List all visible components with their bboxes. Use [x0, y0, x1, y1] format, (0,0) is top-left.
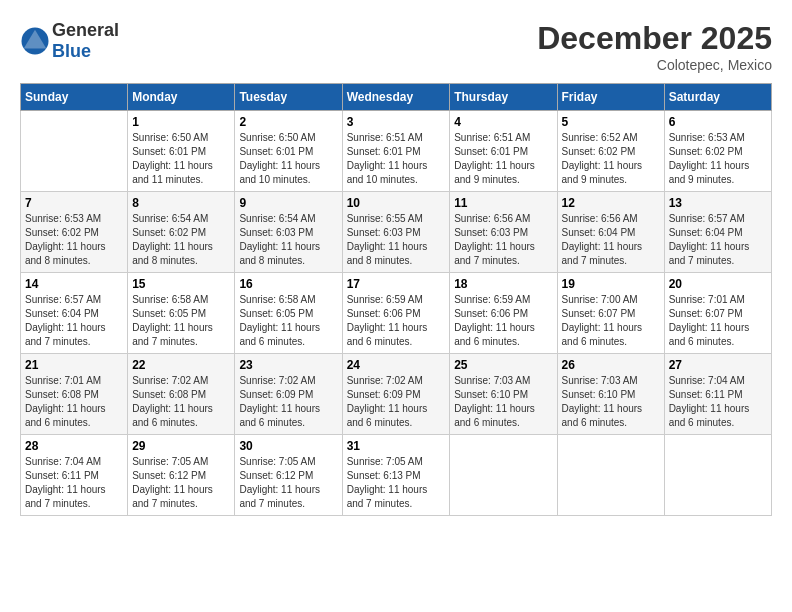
- day-info: Sunrise: 6:56 AMSunset: 6:03 PMDaylight:…: [454, 212, 552, 268]
- calendar-cell: [557, 435, 664, 516]
- calendar-cell: 11Sunrise: 6:56 AMSunset: 6:03 PMDayligh…: [450, 192, 557, 273]
- location: Colotepec, Mexico: [537, 57, 772, 73]
- day-info: Sunrise: 6:56 AMSunset: 6:04 PMDaylight:…: [562, 212, 660, 268]
- day-info: Sunrise: 6:51 AMSunset: 6:01 PMDaylight:…: [454, 131, 552, 187]
- calendar-header-row: SundayMondayTuesdayWednesdayThursdayFrid…: [21, 84, 772, 111]
- day-info: Sunrise: 7:02 AMSunset: 6:09 PMDaylight:…: [347, 374, 446, 430]
- day-number: 10: [347, 196, 446, 210]
- day-info: Sunrise: 6:50 AMSunset: 6:01 PMDaylight:…: [132, 131, 230, 187]
- day-number: 20: [669, 277, 767, 291]
- page-header: General Blue December 2025 Colotepec, Me…: [20, 20, 772, 73]
- day-info: Sunrise: 7:00 AMSunset: 6:07 PMDaylight:…: [562, 293, 660, 349]
- calendar-week-row: 7Sunrise: 6:53 AMSunset: 6:02 PMDaylight…: [21, 192, 772, 273]
- day-number: 25: [454, 358, 552, 372]
- day-info: Sunrise: 6:50 AMSunset: 6:01 PMDaylight:…: [239, 131, 337, 187]
- day-info: Sunrise: 7:01 AMSunset: 6:08 PMDaylight:…: [25, 374, 123, 430]
- calendar-cell: [664, 435, 771, 516]
- calendar-cell: 31Sunrise: 7:05 AMSunset: 6:13 PMDayligh…: [342, 435, 450, 516]
- day-info: Sunrise: 6:52 AMSunset: 6:02 PMDaylight:…: [562, 131, 660, 187]
- day-number: 31: [347, 439, 446, 453]
- day-number: 28: [25, 439, 123, 453]
- calendar-cell: 7Sunrise: 6:53 AMSunset: 6:02 PMDaylight…: [21, 192, 128, 273]
- day-info: Sunrise: 6:57 AMSunset: 6:04 PMDaylight:…: [25, 293, 123, 349]
- day-number: 14: [25, 277, 123, 291]
- calendar-cell: 5Sunrise: 6:52 AMSunset: 6:02 PMDaylight…: [557, 111, 664, 192]
- day-info: Sunrise: 6:57 AMSunset: 6:04 PMDaylight:…: [669, 212, 767, 268]
- calendar-cell: 17Sunrise: 6:59 AMSunset: 6:06 PMDayligh…: [342, 273, 450, 354]
- day-number: 18: [454, 277, 552, 291]
- calendar-table: SundayMondayTuesdayWednesdayThursdayFrid…: [20, 83, 772, 516]
- calendar-cell: 6Sunrise: 6:53 AMSunset: 6:02 PMDaylight…: [664, 111, 771, 192]
- calendar-cell: 19Sunrise: 7:00 AMSunset: 6:07 PMDayligh…: [557, 273, 664, 354]
- calendar-cell: 1Sunrise: 6:50 AMSunset: 6:01 PMDaylight…: [128, 111, 235, 192]
- calendar-cell: 14Sunrise: 6:57 AMSunset: 6:04 PMDayligh…: [21, 273, 128, 354]
- calendar-week-row: 21Sunrise: 7:01 AMSunset: 6:08 PMDayligh…: [21, 354, 772, 435]
- calendar-cell: 23Sunrise: 7:02 AMSunset: 6:09 PMDayligh…: [235, 354, 342, 435]
- day-info: Sunrise: 7:05 AMSunset: 6:12 PMDaylight:…: [132, 455, 230, 511]
- calendar-cell: 25Sunrise: 7:03 AMSunset: 6:10 PMDayligh…: [450, 354, 557, 435]
- day-info: Sunrise: 7:01 AMSunset: 6:07 PMDaylight:…: [669, 293, 767, 349]
- day-info: Sunrise: 6:58 AMSunset: 6:05 PMDaylight:…: [239, 293, 337, 349]
- calendar-cell: [21, 111, 128, 192]
- day-number: 1: [132, 115, 230, 129]
- calendar-cell: 4Sunrise: 6:51 AMSunset: 6:01 PMDaylight…: [450, 111, 557, 192]
- calendar-header-friday: Friday: [557, 84, 664, 111]
- day-number: 21: [25, 358, 123, 372]
- day-info: Sunrise: 7:04 AMSunset: 6:11 PMDaylight:…: [25, 455, 123, 511]
- calendar-week-row: 14Sunrise: 6:57 AMSunset: 6:04 PMDayligh…: [21, 273, 772, 354]
- calendar-cell: [450, 435, 557, 516]
- day-info: Sunrise: 6:59 AMSunset: 6:06 PMDaylight:…: [454, 293, 552, 349]
- day-number: 27: [669, 358, 767, 372]
- calendar-header-monday: Monday: [128, 84, 235, 111]
- calendar-week-row: 28Sunrise: 7:04 AMSunset: 6:11 PMDayligh…: [21, 435, 772, 516]
- calendar-header-sunday: Sunday: [21, 84, 128, 111]
- month-title: December 2025: [537, 20, 772, 57]
- calendar-cell: 15Sunrise: 6:58 AMSunset: 6:05 PMDayligh…: [128, 273, 235, 354]
- day-number: 23: [239, 358, 337, 372]
- calendar-cell: 16Sunrise: 6:58 AMSunset: 6:05 PMDayligh…: [235, 273, 342, 354]
- calendar-cell: 9Sunrise: 6:54 AMSunset: 6:03 PMDaylight…: [235, 192, 342, 273]
- calendar-cell: 12Sunrise: 6:56 AMSunset: 6:04 PMDayligh…: [557, 192, 664, 273]
- day-number: 13: [669, 196, 767, 210]
- calendar-cell: 21Sunrise: 7:01 AMSunset: 6:08 PMDayligh…: [21, 354, 128, 435]
- calendar-cell: 22Sunrise: 7:02 AMSunset: 6:08 PMDayligh…: [128, 354, 235, 435]
- calendar-cell: 28Sunrise: 7:04 AMSunset: 6:11 PMDayligh…: [21, 435, 128, 516]
- day-info: Sunrise: 7:02 AMSunset: 6:08 PMDaylight:…: [132, 374, 230, 430]
- calendar-cell: 27Sunrise: 7:04 AMSunset: 6:11 PMDayligh…: [664, 354, 771, 435]
- day-number: 19: [562, 277, 660, 291]
- day-info: Sunrise: 6:59 AMSunset: 6:06 PMDaylight:…: [347, 293, 446, 349]
- day-info: Sunrise: 7:03 AMSunset: 6:10 PMDaylight:…: [562, 374, 660, 430]
- calendar-cell: 10Sunrise: 6:55 AMSunset: 6:03 PMDayligh…: [342, 192, 450, 273]
- day-info: Sunrise: 7:05 AMSunset: 6:12 PMDaylight:…: [239, 455, 337, 511]
- day-number: 9: [239, 196, 337, 210]
- day-number: 4: [454, 115, 552, 129]
- day-info: Sunrise: 6:53 AMSunset: 6:02 PMDaylight:…: [25, 212, 123, 268]
- calendar-cell: 3Sunrise: 6:51 AMSunset: 6:01 PMDaylight…: [342, 111, 450, 192]
- logo-blue-text: Blue: [52, 41, 91, 61]
- day-number: 12: [562, 196, 660, 210]
- day-number: 29: [132, 439, 230, 453]
- day-info: Sunrise: 6:58 AMSunset: 6:05 PMDaylight:…: [132, 293, 230, 349]
- day-number: 3: [347, 115, 446, 129]
- day-number: 11: [454, 196, 552, 210]
- day-info: Sunrise: 7:05 AMSunset: 6:13 PMDaylight:…: [347, 455, 446, 511]
- day-info: Sunrise: 7:03 AMSunset: 6:10 PMDaylight:…: [454, 374, 552, 430]
- calendar-header-saturday: Saturday: [664, 84, 771, 111]
- calendar-header-wednesday: Wednesday: [342, 84, 450, 111]
- calendar-cell: 18Sunrise: 6:59 AMSunset: 6:06 PMDayligh…: [450, 273, 557, 354]
- day-info: Sunrise: 6:53 AMSunset: 6:02 PMDaylight:…: [669, 131, 767, 187]
- day-number: 30: [239, 439, 337, 453]
- day-number: 5: [562, 115, 660, 129]
- day-number: 26: [562, 358, 660, 372]
- logo-general-text: General: [52, 20, 119, 40]
- day-info: Sunrise: 6:55 AMSunset: 6:03 PMDaylight:…: [347, 212, 446, 268]
- day-number: 24: [347, 358, 446, 372]
- day-number: 17: [347, 277, 446, 291]
- day-number: 22: [132, 358, 230, 372]
- day-number: 16: [239, 277, 337, 291]
- calendar-week-row: 1Sunrise: 6:50 AMSunset: 6:01 PMDaylight…: [21, 111, 772, 192]
- day-number: 2: [239, 115, 337, 129]
- calendar-cell: 30Sunrise: 7:05 AMSunset: 6:12 PMDayligh…: [235, 435, 342, 516]
- day-info: Sunrise: 6:54 AMSunset: 6:03 PMDaylight:…: [239, 212, 337, 268]
- day-number: 7: [25, 196, 123, 210]
